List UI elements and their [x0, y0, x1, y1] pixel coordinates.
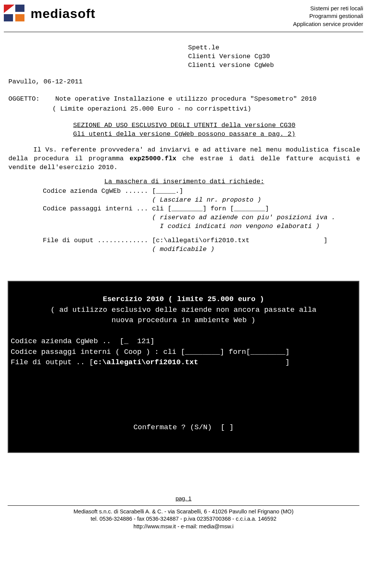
- terminal-line: ( ad utilizzo esclusivo delle aziende no…: [11, 305, 356, 316]
- terminal-line: Codice passaggi interni ( Coop ) : cli […: [11, 348, 290, 356]
- document-body: Spett.le Clienti Versione Cg30 Clienti v…: [4, 44, 363, 254]
- terminal-screenshot: Esercizio 2010 ( limite 25.000 euro )( a…: [8, 281, 359, 453]
- document-page: mediasoft Sistemi per reti locali Progra…: [0, 0, 367, 588]
- form-line-note: I codici indicati non vengono elaborati …: [43, 222, 360, 231]
- form-line: File di ouput ............. [c:\allegati…: [43, 236, 360, 245]
- section-note-2: Gli utenti della versione CgWeb possono …: [8, 130, 360, 139]
- meta-line: Programmi gestionali: [293, 12, 363, 20]
- brand-name: mediasoft: [31, 6, 96, 21]
- section-note-1: SEZIONE AD USO ESCLUSIVO DEGLI UTENTI de…: [8, 121, 360, 130]
- footer-line: http://www.msw.it - e-mail: media@msw.i: [4, 523, 363, 531]
- recipient-line: Spett.le: [188, 44, 360, 52]
- subject-label: OGGETTO:: [8, 95, 40, 103]
- mask-title: La maschera di inserimento dati richiede…: [8, 178, 360, 186]
- form-line-note: ( Lasciare il nr. proposto ): [43, 196, 360, 205]
- letterhead-meta: Sistemi per reti locali Programmi gestio…: [293, 5, 363, 28]
- meta-line: Application service provider: [293, 20, 363, 28]
- form-line-note: ( modificabile ): [43, 245, 360, 254]
- form-line-note: ( riservato ad aziende con piu' posizion…: [43, 213, 360, 222]
- recipient-line: Clienti Versione Cg30: [188, 52, 360, 61]
- date-location: Pavullo, 06-12-2011: [8, 78, 360, 86]
- divider: [8, 505, 359, 506]
- footer: Mediasoft s.n.c. di Scarabelli A. & C. -…: [4, 508, 363, 534]
- brand-block: mediasoft: [4, 5, 96, 22]
- letterhead: mediasoft Sistemi per reti locali Progra…: [4, 5, 363, 30]
- subject-row: OGGETTO: Note operative Installazione e …: [8, 95, 360, 104]
- terminal-line: Codice azienda CgWeb .. [_ 121]: [11, 337, 154, 345]
- mediasoft-logo-icon: [4, 5, 26, 22]
- paragraph-1: Il Vs. referente provvedera' ad inviarvi…: [8, 146, 360, 172]
- form-block: Codice azienda CgWEb ...... [_____.] ( L…: [43, 187, 360, 254]
- terminal-line: nuova procedura in ambiente Web ): [11, 315, 356, 326]
- footer-line: tel. 0536-324886 - fax 0536-324887 - p.i…: [4, 515, 363, 523]
- subject-text-2: ( Limite operazioni 25.000 Euro - no cor…: [52, 105, 360, 114]
- recipient-block: Spett.le Clienti Versione Cg30 Clienti v…: [188, 44, 360, 70]
- divider: [4, 32, 363, 32]
- form-line: Codice azienda CgWEb ...... [_____.]: [43, 187, 360, 196]
- footer-line: Mediasoft s.n.c. di Scarabelli A. & C. -…: [4, 508, 363, 516]
- terminal-line: File di output .. [c:\allegati\orfi2010.…: [11, 358, 290, 366]
- form-line: Codice passaggi interni ... cli [_______…: [43, 205, 360, 213]
- terminal-confirm: Confermate ? (S/N) [ ]: [8, 422, 359, 433]
- subject-text-1: Note operative Installazione e utilizzo …: [55, 95, 317, 103]
- recipient-line: Clienti versione CgWeb: [188, 61, 360, 70]
- terminal-title: Esercizio 2010 ( limite 25.000 euro ): [11, 294, 356, 305]
- meta-line: Sistemi per reti locali: [293, 5, 363, 12]
- page-number: pag. 1: [4, 495, 363, 502]
